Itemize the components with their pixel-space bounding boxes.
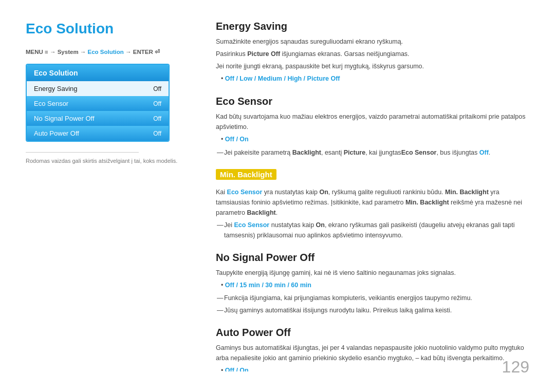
section-auto-power-off: Auto Power Off Gaminys bus automatiškai … bbox=[216, 327, 529, 371]
section-title-auto-power-off: Auto Power Off bbox=[216, 327, 529, 339]
left-column: Eco Solution MENU ≡ → System → Eco Solut… bbox=[26, 21, 200, 371]
page-number: 129 bbox=[502, 358, 529, 377]
menu-item-eco-sensor[interactable]: Eco Sensor Off bbox=[27, 96, 169, 111]
page-title: Eco Solution bbox=[26, 21, 185, 37]
energy-saving-para3: Jei norite įjungti ekraną, paspauskite b… bbox=[216, 61, 529, 71]
menu-item-energy-saving-value: Off bbox=[153, 85, 161, 92]
no-signal-options-item: Off / 15 min / 30 min / 60 min bbox=[221, 280, 529, 291]
energy-saving-options: Off / Low / Medium / High / Picture Off bbox=[221, 73, 529, 84]
no-signal-options: Off / 15 min / 30 min / 60 min bbox=[221, 280, 529, 291]
auto-power-options: Off / On bbox=[221, 365, 529, 371]
eco-solution-menu: Eco Solution Energy Saving Off Eco Senso… bbox=[26, 64, 170, 142]
energy-saving-options-item: Off / Low / Medium / High / Picture Off bbox=[221, 73, 529, 84]
section-energy-saving: Energy Saving Sumažinkite energijos sąna… bbox=[216, 21, 529, 84]
menu-item-no-signal-value: Off bbox=[153, 115, 161, 122]
menu-item-eco-sensor-label: Eco Sensor bbox=[34, 100, 68, 107]
min-backlight-para1: Kai Eco Sensor yra nustatytas kaip On, r… bbox=[216, 187, 529, 218]
right-column: Energy Saving Sumažinkite energijos sąna… bbox=[200, 21, 529, 371]
breadcrumb: MENU ≡ → System → Eco Solution → ENTER ⏎ bbox=[26, 48, 185, 55]
menu-item-auto-power-label: Auto Power Off bbox=[34, 129, 79, 137]
menu-item-no-signal-power-off[interactable]: No Signal Power Off Off bbox=[27, 111, 169, 126]
no-signal-note1: Funkcija išjungiama, kai prijungiamas ko… bbox=[219, 293, 529, 303]
breadcrumb-menu: MENU bbox=[26, 49, 43, 55]
section-title-min-backlight: Min. Backlight bbox=[216, 169, 276, 180]
breadcrumb-arrow3: → bbox=[125, 49, 133, 55]
no-signal-note2: Jūsų gaminys automatiškai išsijungs nuro… bbox=[219, 305, 529, 315]
menu-item-energy-saving[interactable]: Energy Saving Off bbox=[27, 81, 169, 96]
section-title-no-signal-power-off: No Signal Power Off bbox=[216, 252, 529, 264]
section-eco-sensor: Eco Sensor Kad būtų suvartojama kuo maži… bbox=[216, 96, 529, 157]
menu-item-auto-power-off[interactable]: Auto Power Off Off bbox=[27, 126, 169, 141]
divider bbox=[26, 152, 139, 153]
breadcrumb-eco-solution: Eco Solution bbox=[88, 49, 124, 55]
section-min-backlight: Min. Backlight Kai Eco Sensor yra nustat… bbox=[216, 169, 529, 240]
menu-item-eco-sensor-value: Off bbox=[153, 100, 161, 107]
section-title-eco-sensor: Eco Sensor bbox=[216, 96, 529, 107]
eco-sensor-options: Off / On bbox=[221, 134, 529, 145]
menu-item-no-signal-label: No Signal Power Off bbox=[34, 115, 95, 122]
menu-item-energy-saving-label: Energy Saving bbox=[34, 85, 78, 92]
auto-power-para1: Gaminys bus automatiškai išjungtas, jei … bbox=[216, 343, 529, 363]
section-title-energy-saving: Energy Saving bbox=[216, 21, 529, 32]
eco-sensor-note: Jei pakeisite parametrą Backlight, esant… bbox=[219, 147, 529, 158]
footnote: Rodomas vaizdas gali skirtis atsižvelgia… bbox=[26, 158, 185, 164]
menu-header: Eco Solution bbox=[27, 65, 169, 81]
energy-saving-para1: Sumažinkite energijos sąnaudas sureguliu… bbox=[216, 36, 529, 47]
eco-sensor-para1: Kad būtų suvartojama kuo mažiau elektros… bbox=[216, 111, 529, 132]
breadcrumb-enter: ENTER ⏎ bbox=[133, 49, 160, 55]
breadcrumb-system: System bbox=[58, 49, 79, 55]
no-signal-para1: Taupykite energiją išjungę gaminį, kai n… bbox=[216, 268, 529, 278]
section-no-signal-power-off: No Signal Power Off Taupykite energiją i… bbox=[216, 252, 529, 315]
min-backlight-note: Jei Eco Sensor nustatytas kaip On, ekran… bbox=[219, 220, 529, 240]
menu-item-auto-power-value: Off bbox=[153, 130, 161, 137]
breadcrumb-icon-menu: ≡ bbox=[45, 49, 48, 55]
eco-sensor-options-item: Off / On bbox=[221, 134, 529, 145]
energy-saving-para2: Pasirinkus Picture Off išjungiamas ekran… bbox=[216, 49, 529, 59]
breadcrumb-arrow2: → bbox=[80, 49, 88, 55]
auto-power-options-item: Off / On bbox=[221, 365, 529, 371]
breadcrumb-arrow1: → bbox=[50, 49, 58, 55]
